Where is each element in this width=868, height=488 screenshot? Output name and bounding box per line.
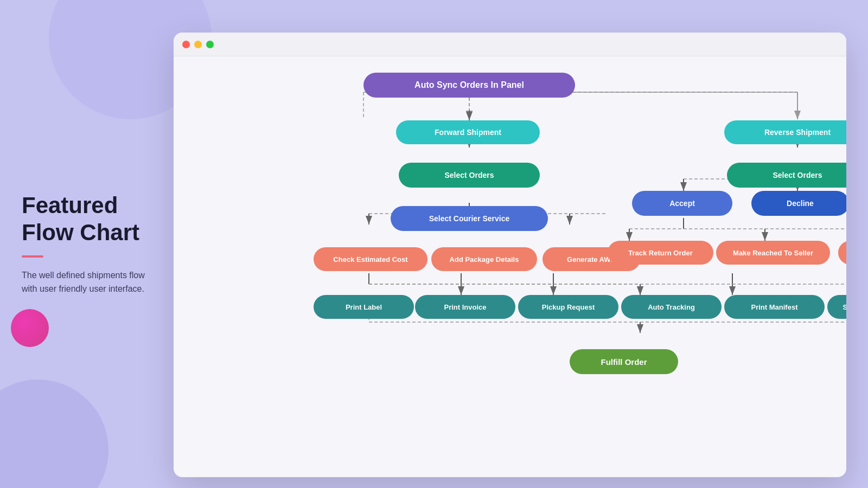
node-select-orders-left[interactable]: Select Orders bbox=[399, 163, 540, 188]
page-title: FeaturedFlow Chart bbox=[22, 192, 146, 247]
browser-dots bbox=[182, 41, 214, 48]
node-reverse-shipment[interactable]: Reverse Shipment bbox=[724, 120, 846, 144]
decorative-circle-purple bbox=[0, 380, 108, 488]
left-panel: FeaturedFlow Chart The well defined ship… bbox=[0, 0, 168, 488]
accent-line bbox=[22, 255, 43, 258]
node-track-return-order[interactable]: Track Return Order bbox=[608, 241, 713, 265]
page-description: The well defined shipments flow with use… bbox=[22, 268, 146, 296]
node-pickup-request[interactable]: Pickup Request bbox=[518, 295, 618, 319]
node-auto-sync[interactable]: Auto Sync Orders In Panel bbox=[363, 73, 575, 98]
node-print-invoice[interactable]: Print Invoice bbox=[415, 295, 515, 319]
node-fulfill-order[interactable]: Fulfill Order bbox=[570, 349, 678, 374]
node-decline[interactable]: Decline bbox=[751, 191, 846, 216]
decorative-circle-pink bbox=[11, 309, 49, 347]
browser-titlebar bbox=[174, 33, 846, 56]
node-forward-shipment[interactable]: Forward Shipment bbox=[396, 120, 540, 144]
node-print-label[interactable]: Print Label bbox=[314, 295, 414, 319]
node-accept[interactable]: Accept bbox=[632, 191, 732, 216]
node-make-reached-to-seller[interactable]: Make Reached To Seller bbox=[716, 241, 830, 265]
node-select-orders-right[interactable]: Select Orders bbox=[727, 163, 846, 188]
maximize-button[interactable] bbox=[206, 41, 214, 48]
node-send-invoice-to-customer[interactable]: Send Invoice To Customer bbox=[827, 295, 846, 319]
browser-window: Auto Sync Orders In Panel Forward Shipme… bbox=[174, 33, 846, 477]
node-print-manifest[interactable]: Print Manifest bbox=[724, 295, 825, 319]
close-button[interactable] bbox=[182, 41, 190, 48]
node-check-estimated-cost[interactable]: Check Estimated Cost bbox=[314, 247, 427, 271]
node-sent-back-order[interactable]: Sent Back Order bbox=[838, 241, 846, 265]
node-add-package-details[interactable]: Add Package Details bbox=[431, 247, 537, 271]
minimize-button[interactable] bbox=[194, 41, 202, 48]
node-auto-tracking[interactable]: Auto Tracking bbox=[621, 295, 722, 319]
node-select-courier[interactable]: Select Courier Service bbox=[391, 206, 548, 231]
